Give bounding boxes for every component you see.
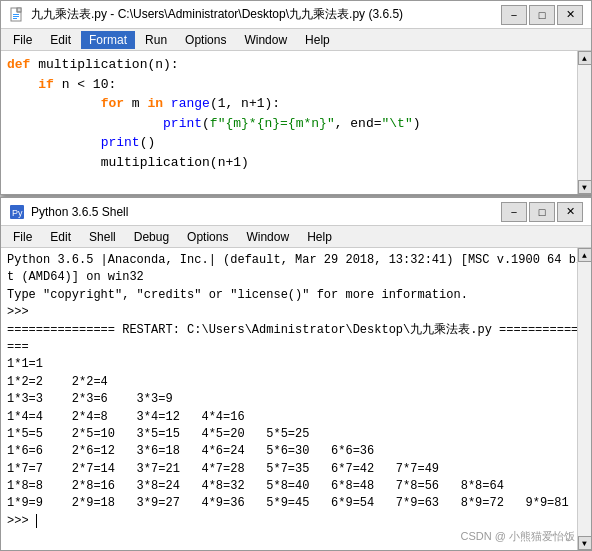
code-line-5: print() [7, 133, 571, 153]
svg-rect-1 [17, 8, 21, 12]
shell-menu-help[interactable]: Help [299, 228, 340, 246]
editor-menu-file[interactable]: File [5, 31, 40, 49]
shell-header-3: Type "copyright", "credits" or "license(… [7, 287, 571, 304]
code-line-4: print(f"{m}*{n}={m*n}", end="\t") [7, 114, 571, 134]
editor-menu-format[interactable]: Format [81, 31, 135, 49]
editor-menu-options[interactable]: Options [177, 31, 234, 49]
shell-menu-window[interactable]: Window [238, 228, 297, 246]
code-line-8 [7, 192, 571, 195]
shell-menu-debug[interactable]: Debug [126, 228, 177, 246]
editor-menu-bar: File Edit Format Run Options Window Help [1, 29, 591, 51]
editor-scrollbar[interactable]: ▲ ▼ [577, 51, 591, 194]
editor-file-icon [9, 7, 25, 23]
editor-window: 九九乘法表.py - C:\Users\Administrator\Deskto… [0, 0, 592, 195]
shell-menu-bar: File Edit Shell Debug Options Window Hel… [1, 226, 591, 248]
shell-menu-options[interactable]: Options [179, 228, 236, 246]
shell-window: Py Python 3.6.5 Shell − □ ✕ File Edit Sh… [0, 197, 592, 551]
editor-minimize-btn[interactable]: − [501, 5, 527, 25]
svg-text:Py: Py [12, 208, 23, 218]
output-4: 1*4=4 2*4=8 3*4=12 4*4=16 [7, 409, 571, 426]
editor-menu-window[interactable]: Window [236, 31, 295, 49]
editor-scroll-track[interactable] [579, 65, 591, 180]
shell-title-bar: Py Python 3.6.5 Shell − □ ✕ [1, 198, 591, 226]
editor-title: 九九乘法表.py - C:\Users\Administrator\Deskto… [31, 6, 501, 23]
editor-scroll-down[interactable]: ▼ [578, 180, 592, 194]
output-3: 1*3=3 2*3=6 3*3=9 [7, 391, 571, 408]
code-editor[interactable]: def multiplication(n): if n < 10: for m … [1, 51, 577, 194]
shell-scrollbar[interactable]: ▲ ▼ [577, 248, 591, 550]
svg-rect-6 [13, 18, 17, 19]
shell-icon: Py [9, 204, 25, 220]
output-1: 1*1=1 [7, 356, 571, 373]
shell-content: Python 3.6.5 |Anaconda, Inc.| (default, … [1, 248, 591, 550]
output-2: 1*2=2 2*2=4 [7, 374, 571, 391]
editor-body: def multiplication(n): if n < 10: for m … [1, 51, 591, 194]
shell-scroll-track[interactable] [579, 262, 591, 536]
shell-scroll-down[interactable]: ▼ [578, 536, 592, 550]
watermark: CSDN @ 小熊猫爱怡饭 [461, 529, 575, 544]
shell-restart: =============== RESTART: C:\Users\Admini… [7, 322, 571, 339]
output-5: 1*5=5 2*5=10 3*5=15 4*5=20 5*5=25 [7, 426, 571, 443]
editor-maximize-btn[interactable]: □ [529, 5, 555, 25]
editor-menu-edit[interactable]: Edit [42, 31, 79, 49]
shell-header-1: Python 3.6.5 |Anaconda, Inc.| (default, … [7, 252, 571, 269]
code-line-3: for m in range(1, n+1): [7, 94, 571, 114]
code-line-6: multiplication(n+1) [7, 153, 571, 173]
editor-menu-help[interactable]: Help [297, 31, 338, 49]
shell-minimize-btn[interactable]: − [501, 202, 527, 222]
shell-scroll-up[interactable]: ▲ [578, 248, 592, 262]
svg-rect-5 [13, 16, 19, 17]
code-line-2: if n < 10: [7, 75, 571, 95]
editor-window-controls: − □ ✕ [501, 5, 583, 25]
editor-scroll-up[interactable]: ▲ [578, 51, 592, 65]
shell-menu-edit[interactable]: Edit [42, 228, 79, 246]
code-line-7 [7, 172, 571, 192]
svg-rect-4 [13, 14, 19, 15]
shell-prompt-final: >>> [7, 513, 571, 530]
shell-maximize-btn[interactable]: □ [529, 202, 555, 222]
shell-close-btn[interactable]: ✕ [557, 202, 583, 222]
shell-prompt-1: >>> [7, 304, 571, 321]
output-8: 1*8=8 2*8=16 3*8=24 4*8=32 5*8=40 6*8=48… [7, 478, 571, 495]
code-line-1: def multiplication(n): [7, 55, 571, 75]
shell-restart-sep: === [7, 339, 571, 356]
shell-menu-shell[interactable]: Shell [81, 228, 124, 246]
shell-window-controls: − □ ✕ [501, 202, 583, 222]
output-6: 1*6=6 2*6=12 3*6=18 4*6=24 5*6=30 6*6=36 [7, 443, 571, 460]
output-9: 1*9=9 2*9=18 3*9=27 4*9=36 5*9=45 6*9=54… [7, 495, 571, 512]
editor-close-btn[interactable]: ✕ [557, 5, 583, 25]
editor-title-bar: 九九乘法表.py - C:\Users\Administrator\Deskto… [1, 1, 591, 29]
shell-output[interactable]: Python 3.6.5 |Anaconda, Inc.| (default, … [1, 248, 577, 550]
shell-header-2: t (AMD64)] on win32 [7, 269, 571, 286]
editor-menu-run[interactable]: Run [137, 31, 175, 49]
output-7: 1*7=7 2*7=14 3*7=21 4*7=28 5*7=35 6*7=42… [7, 461, 571, 478]
shell-menu-file[interactable]: File [5, 228, 40, 246]
shell-title: Python 3.6.5 Shell [31, 205, 501, 219]
